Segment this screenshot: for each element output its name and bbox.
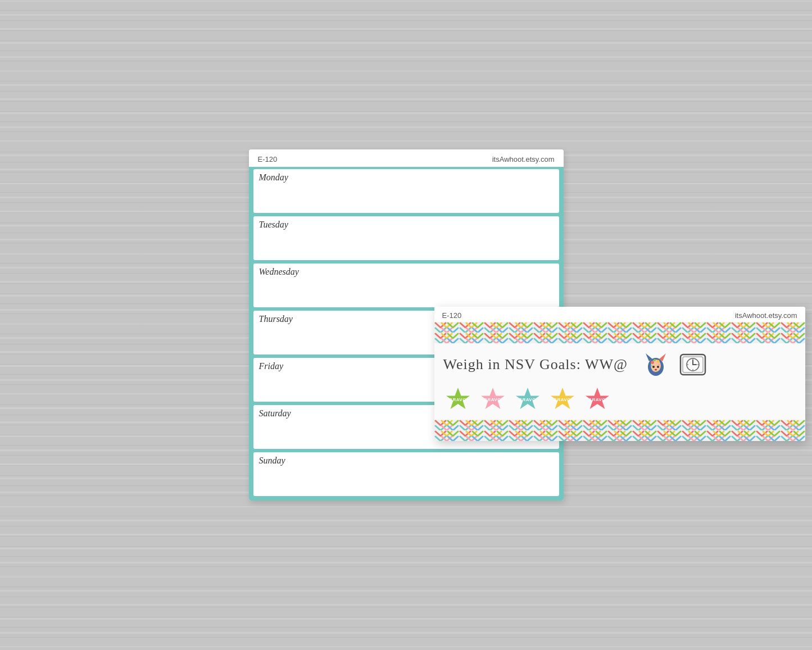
svg-point-9 bbox=[658, 363, 660, 366]
svg-rect-1 bbox=[434, 322, 805, 343]
svg-point-7 bbox=[656, 360, 659, 363]
sticker-header: E-120 itsAwhoot.etsy.com bbox=[434, 307, 805, 322]
svg-point-13 bbox=[655, 369, 657, 371]
sticker-card: E-120 itsAwhoot.etsy.com bbox=[434, 307, 805, 441]
day-label: Thursday bbox=[259, 314, 293, 324]
planner-website: itsAwhoot.etsy.com bbox=[492, 155, 555, 163]
day-label: Wednesday bbox=[259, 267, 299, 276]
svg-point-8 bbox=[654, 359, 656, 361]
star-sticker-3: BRAVO bbox=[548, 385, 577, 414]
day-row-sunday: Sunday bbox=[253, 452, 559, 496]
star-sticker-0: BRAVO bbox=[443, 385, 473, 414]
sticker-text-row: Weigh in NSV Goals: WW@ bbox=[443, 350, 796, 379]
day-label: Tuesday bbox=[259, 220, 288, 229]
svg-point-10 bbox=[650, 365, 652, 367]
sticker-code: E-120 bbox=[442, 311, 462, 320]
planner-code: E-120 bbox=[258, 155, 278, 163]
star-sticker-2: BRAVO bbox=[513, 385, 542, 414]
sticker-website: itsAwhoot.etsy.com bbox=[735, 311, 797, 320]
day-label: Saturday bbox=[259, 408, 291, 418]
planner-header: E-120 itsAwhoot.etsy.com bbox=[249, 149, 564, 167]
scale-icon bbox=[678, 350, 707, 379]
svg-rect-24 bbox=[434, 420, 805, 441]
star-sticker-1: BRAVO bbox=[478, 385, 507, 414]
day-label: Monday bbox=[259, 172, 288, 182]
fox-icon bbox=[642, 350, 669, 379]
day-label: Friday bbox=[259, 361, 284, 371]
day-row-tuesday: Tuesday bbox=[253, 216, 559, 260]
scene: E-120 itsAwhoot.etsy.com MondayTuesdayWe… bbox=[249, 149, 564, 501]
svg-point-6 bbox=[651, 361, 654, 364]
sticker-title: Weigh in NSV Goals: WW@ bbox=[443, 356, 628, 373]
chevron-border-top bbox=[434, 322, 805, 343]
sticker-stars-row: BRAVOBRAVOBRAVOBRAVOBRAVO bbox=[443, 385, 796, 414]
day-row-wednesday: Wednesday bbox=[253, 263, 559, 307]
star-sticker-4: BRAVO bbox=[583, 385, 612, 414]
svg-point-12 bbox=[657, 366, 659, 368]
svg-point-11 bbox=[652, 366, 655, 368]
day-label: Sunday bbox=[259, 456, 285, 465]
day-row-monday: Monday bbox=[253, 169, 559, 213]
chevron-border-bottom bbox=[434, 420, 805, 441]
sticker-content: Weigh in NSV Goals: WW@ bbox=[434, 343, 805, 420]
